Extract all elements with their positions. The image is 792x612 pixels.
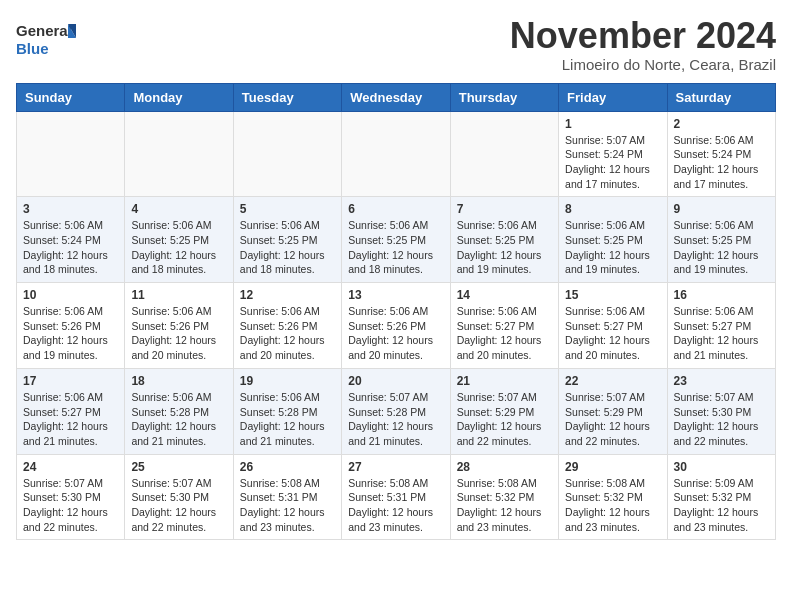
calendar-day-cell: 6Sunrise: 5:06 AMSunset: 5:25 PMDaylight… xyxy=(342,197,450,283)
day-info: Sunrise: 5:07 AMSunset: 5:30 PMDaylight:… xyxy=(674,390,769,449)
calendar-day-cell: 29Sunrise: 5:08 AMSunset: 5:32 PMDayligh… xyxy=(559,454,667,540)
day-number: 14 xyxy=(457,288,552,302)
day-info: Sunrise: 5:06 AMSunset: 5:28 PMDaylight:… xyxy=(240,390,335,449)
calendar-day-cell: 10Sunrise: 5:06 AMSunset: 5:26 PMDayligh… xyxy=(17,283,125,369)
day-of-week-header: Sunday xyxy=(17,83,125,111)
day-number: 1 xyxy=(565,117,660,131)
day-of-week-header: Saturday xyxy=(667,83,775,111)
day-info: Sunrise: 5:08 AMSunset: 5:31 PMDaylight:… xyxy=(240,476,335,535)
calendar-day-cell: 15Sunrise: 5:06 AMSunset: 5:27 PMDayligh… xyxy=(559,283,667,369)
calendar-week-row: 1Sunrise: 5:07 AMSunset: 5:24 PMDaylight… xyxy=(17,111,776,197)
calendar-day-cell: 17Sunrise: 5:06 AMSunset: 5:27 PMDayligh… xyxy=(17,368,125,454)
day-number: 22 xyxy=(565,374,660,388)
day-number: 11 xyxy=(131,288,226,302)
page-header: General Blue November 2024 Limoeiro do N… xyxy=(16,16,776,73)
day-number: 5 xyxy=(240,202,335,216)
day-info: Sunrise: 5:06 AMSunset: 5:25 PMDaylight:… xyxy=(131,218,226,277)
calendar-day-cell: 22Sunrise: 5:07 AMSunset: 5:29 PMDayligh… xyxy=(559,368,667,454)
day-number: 29 xyxy=(565,460,660,474)
logo-svg: General Blue xyxy=(16,16,76,66)
calendar-body: 1Sunrise: 5:07 AMSunset: 5:24 PMDaylight… xyxy=(17,111,776,540)
calendar-day-cell: 30Sunrise: 5:09 AMSunset: 5:32 PMDayligh… xyxy=(667,454,775,540)
calendar-day-cell: 18Sunrise: 5:06 AMSunset: 5:28 PMDayligh… xyxy=(125,368,233,454)
day-number: 9 xyxy=(674,202,769,216)
day-info: Sunrise: 5:07 AMSunset: 5:29 PMDaylight:… xyxy=(565,390,660,449)
logo-icon: General Blue xyxy=(16,16,76,66)
calendar-week-row: 3Sunrise: 5:06 AMSunset: 5:24 PMDaylight… xyxy=(17,197,776,283)
day-info: Sunrise: 5:07 AMSunset: 5:30 PMDaylight:… xyxy=(131,476,226,535)
calendar-day-cell xyxy=(342,111,450,197)
calendar-day-cell: 3Sunrise: 5:06 AMSunset: 5:24 PMDaylight… xyxy=(17,197,125,283)
day-info: Sunrise: 5:06 AMSunset: 5:25 PMDaylight:… xyxy=(348,218,443,277)
day-number: 8 xyxy=(565,202,660,216)
day-number: 2 xyxy=(674,117,769,131)
calendar-week-row: 10Sunrise: 5:06 AMSunset: 5:26 PMDayligh… xyxy=(17,283,776,369)
calendar-day-cell: 7Sunrise: 5:06 AMSunset: 5:25 PMDaylight… xyxy=(450,197,558,283)
day-info: Sunrise: 5:06 AMSunset: 5:24 PMDaylight:… xyxy=(674,133,769,192)
day-number: 3 xyxy=(23,202,118,216)
day-info: Sunrise: 5:06 AMSunset: 5:27 PMDaylight:… xyxy=(457,304,552,363)
calendar-week-row: 17Sunrise: 5:06 AMSunset: 5:27 PMDayligh… xyxy=(17,368,776,454)
day-of-week-header: Friday xyxy=(559,83,667,111)
day-info: Sunrise: 5:06 AMSunset: 5:24 PMDaylight:… xyxy=(23,218,118,277)
day-info: Sunrise: 5:06 AMSunset: 5:25 PMDaylight:… xyxy=(565,218,660,277)
calendar-day-cell: 14Sunrise: 5:06 AMSunset: 5:27 PMDayligh… xyxy=(450,283,558,369)
svg-text:General: General xyxy=(16,22,72,39)
day-number: 16 xyxy=(674,288,769,302)
day-of-week-header: Tuesday xyxy=(233,83,341,111)
day-number: 26 xyxy=(240,460,335,474)
calendar-table: SundayMondayTuesdayWednesdayThursdayFrid… xyxy=(16,83,776,541)
day-of-week-header: Wednesday xyxy=(342,83,450,111)
day-info: Sunrise: 5:06 AMSunset: 5:25 PMDaylight:… xyxy=(457,218,552,277)
day-info: Sunrise: 5:08 AMSunset: 5:31 PMDaylight:… xyxy=(348,476,443,535)
calendar-day-cell: 2Sunrise: 5:06 AMSunset: 5:24 PMDaylight… xyxy=(667,111,775,197)
calendar-day-cell xyxy=(17,111,125,197)
day-number: 23 xyxy=(674,374,769,388)
calendar-day-cell: 28Sunrise: 5:08 AMSunset: 5:32 PMDayligh… xyxy=(450,454,558,540)
day-number: 18 xyxy=(131,374,226,388)
day-number: 10 xyxy=(23,288,118,302)
calendar-day-cell: 13Sunrise: 5:06 AMSunset: 5:26 PMDayligh… xyxy=(342,283,450,369)
day-number: 28 xyxy=(457,460,552,474)
location: Limoeiro do Norte, Ceara, Brazil xyxy=(510,56,776,73)
day-info: Sunrise: 5:06 AMSunset: 5:26 PMDaylight:… xyxy=(348,304,443,363)
title-block: November 2024 Limoeiro do Norte, Ceara, … xyxy=(510,16,776,73)
day-number: 21 xyxy=(457,374,552,388)
day-info: Sunrise: 5:07 AMSunset: 5:28 PMDaylight:… xyxy=(348,390,443,449)
calendar-day-cell xyxy=(233,111,341,197)
day-number: 19 xyxy=(240,374,335,388)
calendar-day-cell: 16Sunrise: 5:06 AMSunset: 5:27 PMDayligh… xyxy=(667,283,775,369)
day-number: 20 xyxy=(348,374,443,388)
day-info: Sunrise: 5:07 AMSunset: 5:29 PMDaylight:… xyxy=(457,390,552,449)
day-number: 7 xyxy=(457,202,552,216)
day-number: 15 xyxy=(565,288,660,302)
calendar-day-cell: 4Sunrise: 5:06 AMSunset: 5:25 PMDaylight… xyxy=(125,197,233,283)
day-number: 17 xyxy=(23,374,118,388)
day-of-week-header: Monday xyxy=(125,83,233,111)
svg-text:Blue: Blue xyxy=(16,40,49,57)
day-info: Sunrise: 5:06 AMSunset: 5:26 PMDaylight:… xyxy=(131,304,226,363)
calendar-day-cell: 24Sunrise: 5:07 AMSunset: 5:30 PMDayligh… xyxy=(17,454,125,540)
day-number: 27 xyxy=(348,460,443,474)
calendar-week-row: 24Sunrise: 5:07 AMSunset: 5:30 PMDayligh… xyxy=(17,454,776,540)
calendar-day-cell: 25Sunrise: 5:07 AMSunset: 5:30 PMDayligh… xyxy=(125,454,233,540)
day-of-week-header: Thursday xyxy=(450,83,558,111)
day-info: Sunrise: 5:09 AMSunset: 5:32 PMDaylight:… xyxy=(674,476,769,535)
day-info: Sunrise: 5:06 AMSunset: 5:27 PMDaylight:… xyxy=(565,304,660,363)
day-info: Sunrise: 5:08 AMSunset: 5:32 PMDaylight:… xyxy=(457,476,552,535)
calendar-day-cell: 11Sunrise: 5:06 AMSunset: 5:26 PMDayligh… xyxy=(125,283,233,369)
calendar-day-cell xyxy=(125,111,233,197)
day-number: 13 xyxy=(348,288,443,302)
calendar-day-cell: 23Sunrise: 5:07 AMSunset: 5:30 PMDayligh… xyxy=(667,368,775,454)
calendar-day-cell xyxy=(450,111,558,197)
day-info: Sunrise: 5:07 AMSunset: 5:30 PMDaylight:… xyxy=(23,476,118,535)
calendar-day-cell: 26Sunrise: 5:08 AMSunset: 5:31 PMDayligh… xyxy=(233,454,341,540)
day-info: Sunrise: 5:06 AMSunset: 5:25 PMDaylight:… xyxy=(240,218,335,277)
header-row: SundayMondayTuesdayWednesdayThursdayFrid… xyxy=(17,83,776,111)
calendar-day-cell: 19Sunrise: 5:06 AMSunset: 5:28 PMDayligh… xyxy=(233,368,341,454)
calendar-day-cell: 5Sunrise: 5:06 AMSunset: 5:25 PMDaylight… xyxy=(233,197,341,283)
calendar-day-cell: 8Sunrise: 5:06 AMSunset: 5:25 PMDaylight… xyxy=(559,197,667,283)
day-number: 6 xyxy=(348,202,443,216)
day-info: Sunrise: 5:07 AMSunset: 5:24 PMDaylight:… xyxy=(565,133,660,192)
calendar-day-cell: 20Sunrise: 5:07 AMSunset: 5:28 PMDayligh… xyxy=(342,368,450,454)
